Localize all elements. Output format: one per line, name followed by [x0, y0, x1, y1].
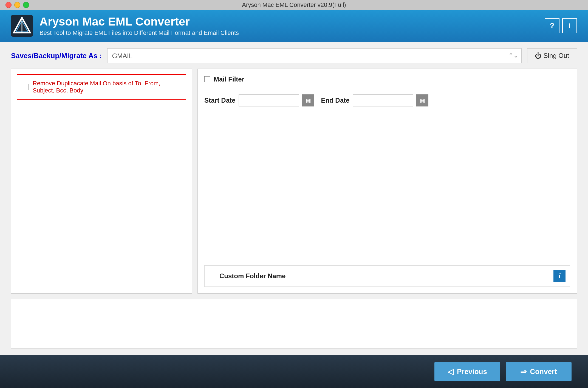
left-panel: Remove Duplicacate Mail On basis of To, … [11, 69, 192, 294]
mail-filter-row: Mail Filter [204, 75, 570, 83]
calendar-icon: ▦ [306, 97, 311, 104]
convert-label: Convert [530, 367, 557, 376]
format-select[interactable]: GMAIL PST PDF MSG EML MBOX HTML [107, 48, 522, 63]
custom-folder-input[interactable] [290, 270, 549, 282]
app-tagline: Best Tool to Migrate EML Files into Diff… [39, 29, 239, 36]
help-button[interactable]: ? [545, 18, 559, 33]
close-button[interactable] [5, 2, 12, 8]
custom-folder-label: Custom Folder Name [219, 272, 285, 280]
minimize-button[interactable] [14, 2, 20, 8]
app-name: Aryson Mac EML Converter [39, 15, 239, 28]
info-button[interactable]: i [562, 18, 577, 33]
options-panel: Remove Duplicacate Mail On basis of To, … [11, 69, 577, 294]
start-date-picker-button[interactable]: ▦ [302, 94, 314, 106]
custom-folder-info-button[interactable]: i [553, 270, 566, 282]
save-row: Saves/Backup/Migrate As : GMAIL PST PDF … [11, 48, 577, 63]
date-row: Start Date ▦ End Date ▦ [204, 90, 570, 111]
signout-button[interactable]: ⏻ Sing Out [527, 48, 577, 63]
format-selector-wrapper: GMAIL PST PDF MSG EML MBOX HTML ⌃⌄ [107, 48, 522, 63]
previous-button[interactable]: ◁ Previous [434, 362, 500, 381]
previous-label: Previous [457, 367, 487, 376]
app-header: Aryson Mac EML Converter Best Tool to Mi… [0, 10, 588, 42]
window-title: Aryson Mac EML Converter v20.9(Full) [242, 1, 346, 9]
convert-button[interactable]: ⇒ Convert [506, 362, 572, 381]
end-date-input[interactable] [353, 94, 413, 106]
duplicate-label: Remove Duplicacate Mail On basis of To, … [33, 80, 180, 94]
title-bar: Aryson Mac EML Converter v20.9(Full) [0, 0, 588, 10]
log-panel [11, 299, 577, 348]
footer: ◁ Previous ⇒ Convert [0, 355, 588, 388]
duplicate-checkbox[interactable] [23, 84, 29, 90]
custom-folder-checkbox[interactable] [209, 273, 215, 279]
header-text: Aryson Mac EML Converter Best Tool to Mi… [39, 15, 239, 36]
save-label: Saves/Backup/Migrate As : [11, 52, 102, 60]
duplicate-box: Remove Duplicacate Mail On basis of To, … [17, 74, 186, 100]
custom-folder-row: Custom Folder Name i [204, 265, 570, 287]
previous-icon: ◁ [448, 367, 454, 376]
start-date-label: Start Date [204, 97, 235, 104]
calendar-icon-end: ▦ [420, 97, 425, 104]
end-date-label: End Date [321, 97, 349, 104]
main-content: Saves/Backup/Migrate As : GMAIL PST PDF … [0, 42, 588, 355]
spacer [204, 117, 570, 259]
header-icons: ? i [545, 18, 577, 33]
mail-filter-checkbox[interactable] [204, 76, 210, 82]
end-date-group: End Date ▦ [321, 94, 428, 106]
right-panel: Mail Filter Start Date ▦ End Date ▦ [197, 69, 577, 294]
start-date-input[interactable] [239, 94, 299, 106]
maximize-button[interactable] [23, 2, 29, 8]
mail-filter-label: Mail Filter [214, 75, 244, 83]
window-controls [5, 2, 29, 8]
start-date-group: Start Date ▦ [204, 94, 314, 106]
app-logo [11, 15, 33, 37]
convert-icon: ⇒ [520, 367, 527, 376]
end-date-picker-button[interactable]: ▦ [416, 94, 428, 106]
